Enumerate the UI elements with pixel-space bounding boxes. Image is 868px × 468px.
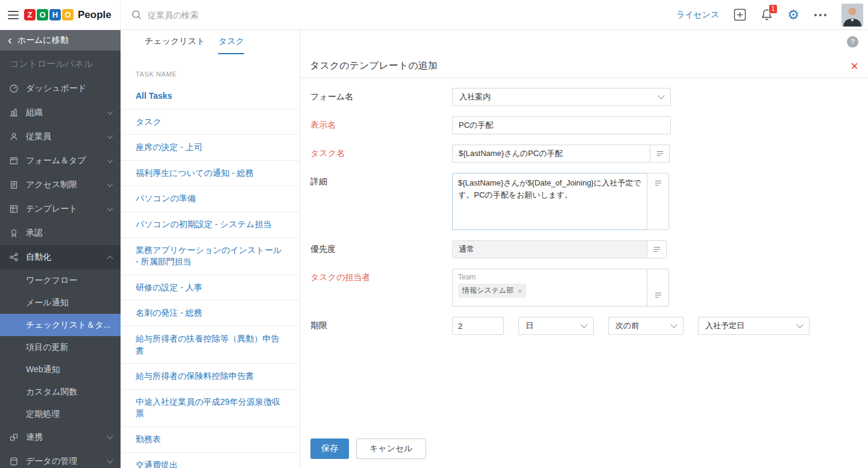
user-avatar[interactable] bbox=[841, 4, 863, 27]
insert-merge-field-button[interactable] bbox=[650, 145, 670, 163]
display-name-label: 表示名 bbox=[310, 116, 452, 134]
close-icon[interactable]: × bbox=[851, 60, 858, 73]
due-reference-select[interactable]: 入社予定日 bbox=[698, 317, 810, 335]
save-button[interactable]: 保存 bbox=[310, 438, 349, 459]
sidebar-item-templates[interactable]: テンプレート bbox=[0, 197, 121, 221]
priority-field[interactable]: 通常 bbox=[452, 240, 647, 258]
back-chevron-icon: ‹ bbox=[8, 34, 12, 46]
task-list-item[interactable]: 中途入社従業員の平成29年分源泉徴収票 bbox=[121, 390, 300, 427]
sidebar-subitem-custom-functions[interactable]: カスタム関数 bbox=[0, 381, 121, 403]
settings-gear-icon[interactable]: ⚙ bbox=[787, 8, 799, 22]
tabs: チェックリスト タスク bbox=[121, 30, 300, 54]
detail-textarea[interactable]: ${LastName}さんが${Date_of_Joining}に入社予定です。… bbox=[452, 173, 647, 230]
sidebar-item-approvals[interactable]: 承認 bbox=[0, 221, 121, 245]
notification-bell-icon[interactable]: 1 bbox=[761, 8, 773, 21]
insert-merge-field-button[interactable] bbox=[647, 240, 667, 258]
top-bar: Z O H O People ライセンス 1 ⚙ bbox=[0, 0, 868, 30]
task-list-item[interactable]: パソコンの初期設定 - システム担当 bbox=[121, 212, 300, 238]
app-window: Z O H O People ライセンス 1 ⚙ bbox=[0, 0, 868, 468]
sidebar-item-dashboard[interactable]: ダッシュボード bbox=[0, 76, 121, 101]
organization-icon bbox=[8, 108, 19, 117]
sidebar-item-data-management[interactable]: データの管理 bbox=[0, 449, 121, 468]
sidebar-item-access-restrictions[interactable]: アクセス制限 bbox=[0, 173, 121, 197]
more-options-icon[interactable] bbox=[814, 13, 827, 17]
sidebar: ‹ ホームに移動 コントロールパネル ダッシュボード 組織 従業員 フォーム＆タ… bbox=[0, 30, 121, 468]
form-row-display-name: 表示名 bbox=[310, 116, 868, 134]
global-search bbox=[121, 10, 676, 20]
go-home-button[interactable]: ‹ ホームに移動 bbox=[0, 30, 121, 51]
task-list-item[interactable]: 勤務表 bbox=[121, 427, 300, 453]
task-list-item[interactable]: 名刺の発注 - 総務 bbox=[121, 301, 300, 326]
sidebar-item-organization[interactable]: 組織 bbox=[0, 101, 121, 125]
tab-tasks[interactable]: タスク bbox=[218, 36, 244, 54]
add-icon[interactable] bbox=[734, 8, 746, 21]
due-unit-select[interactable]: 日 bbox=[518, 317, 594, 335]
due-value-input[interactable] bbox=[452, 317, 504, 335]
search-icon bbox=[131, 10, 142, 20]
subitem-label: ワークフロー bbox=[26, 275, 77, 286]
remove-tag-icon[interactable]: × bbox=[518, 287, 521, 295]
sidebar-item-forms-tabs[interactable]: フォーム＆タブ bbox=[0, 149, 121, 173]
main-content: ‹ ホームに移動 コントロールパネル ダッシュボード 組織 従業員 フォーム＆タ… bbox=[0, 30, 868, 468]
logo-letter: Z bbox=[24, 9, 36, 20]
sidebar-item-automation[interactable]: 自動化 bbox=[0, 245, 121, 269]
form-name-select[interactable]: 入社案内 bbox=[452, 88, 671, 106]
subitem-label: カスタム関数 bbox=[26, 387, 77, 398]
sidebar-subitem-scheduled-actions[interactable]: 定期処理 bbox=[0, 403, 121, 425]
subitem-label: Web通知 bbox=[26, 364, 60, 375]
assignee-field[interactable]: Team 情報システム部 × bbox=[452, 269, 647, 307]
assignee-tag: 情報システム部 × bbox=[458, 284, 526, 298]
sidebar-item-employees[interactable]: 従業員 bbox=[0, 125, 121, 149]
go-home-label: ホームに移動 bbox=[17, 35, 69, 46]
sidebar-subitem-workflow[interactable]: ワークフロー bbox=[0, 269, 121, 292]
sidebar-subitem-field-update[interactable]: 項目の更新 bbox=[0, 336, 121, 358]
task-list-item[interactable]: 研修の設定 - 人事 bbox=[121, 275, 300, 301]
chevron-up-icon bbox=[107, 255, 113, 261]
task-list-item[interactable]: 給与所得者の扶養控除等（異動）申告書 bbox=[121, 326, 300, 364]
task-list-item[interactable]: 業務アプリケーションのインストール - 所属部門担当 bbox=[121, 238, 300, 275]
sidebar-subitem-mail-notification[interactable]: メール通知 bbox=[0, 292, 121, 314]
logo-letter: O bbox=[37, 9, 48, 20]
subitem-label: メール通知 bbox=[26, 298, 69, 308]
sidebar-subitem-web-notification[interactable]: Web通知 bbox=[0, 358, 121, 381]
due-relation-value: 次の前 bbox=[615, 320, 639, 331]
license-link[interactable]: ライセンス bbox=[676, 10, 720, 20]
zoho-people-logo[interactable]: Z O H O People bbox=[24, 9, 112, 21]
task-template-panel: ? タスクのテンプレートの追加 × フォーム名 入社案内 bbox=[300, 30, 868, 468]
due-relation-select[interactable]: 次の前 bbox=[608, 317, 684, 335]
hamburger-menu-icon[interactable] bbox=[8, 11, 19, 19]
chevron-down-icon bbox=[796, 321, 803, 328]
sidebar-item-integrations[interactable]: 連携 bbox=[0, 425, 121, 449]
task-name-input[interactable] bbox=[452, 145, 650, 163]
panel-header: タスクのテンプレートの追加 × bbox=[300, 54, 868, 78]
sidebar-subitem-checklist-tasks[interactable]: チェックリスト＆タ... bbox=[0, 314, 121, 336]
cancel-button[interactable]: キャンセル bbox=[356, 438, 426, 459]
topbar-actions: ライセンス 1 ⚙ bbox=[676, 4, 868, 27]
sidebar-item-label: フォーム＆タブ bbox=[26, 155, 86, 166]
search-input[interactable] bbox=[148, 10, 401, 20]
insert-merge-field-button[interactable] bbox=[647, 173, 669, 230]
task-list-item[interactable]: All Tasks bbox=[121, 84, 300, 110]
task-name-label: タスク名 bbox=[310, 145, 452, 163]
task-list-item[interactable]: タスク bbox=[121, 110, 300, 136]
chevron-down-icon bbox=[107, 157, 113, 163]
logo-letter: O bbox=[62, 9, 74, 20]
chevron-down-icon bbox=[107, 181, 113, 187]
task-list-item[interactable]: パソコンの準備 bbox=[121, 186, 300, 212]
task-list-item[interactable]: 座席の決定 - 上司 bbox=[121, 135, 300, 161]
chevron-down-icon bbox=[658, 92, 664, 99]
form-row-detail: 詳細 ${LastName}さんが${Date_of_Joining}に入社予定… bbox=[310, 173, 868, 230]
due-unit-value: 日 bbox=[526, 320, 533, 331]
display-name-input[interactable] bbox=[452, 116, 671, 134]
sidebar-item-label: テンプレート bbox=[26, 204, 78, 214]
task-template-form: フォーム名 入社案内 表示名 タスク名 bbox=[300, 78, 868, 438]
task-list-item[interactable]: 給与所得者の保険料控除申告書 bbox=[121, 364, 300, 390]
priority-label: 優先度 bbox=[310, 240, 452, 258]
tab-checklist[interactable]: チェックリスト bbox=[145, 36, 205, 54]
task-list-item[interactable]: 福利厚生についての通知 - 総務 bbox=[121, 161, 300, 187]
task-list-item[interactable]: 交通費提出 bbox=[121, 453, 300, 468]
task-list: All Tasks タスク 座席の決定 - 上司 福利厚生についての通知 - 総… bbox=[121, 84, 300, 468]
help-icon[interactable]: ? bbox=[847, 36, 858, 48]
chevron-down-icon bbox=[670, 321, 677, 328]
insert-merge-field-button[interactable] bbox=[647, 269, 669, 307]
